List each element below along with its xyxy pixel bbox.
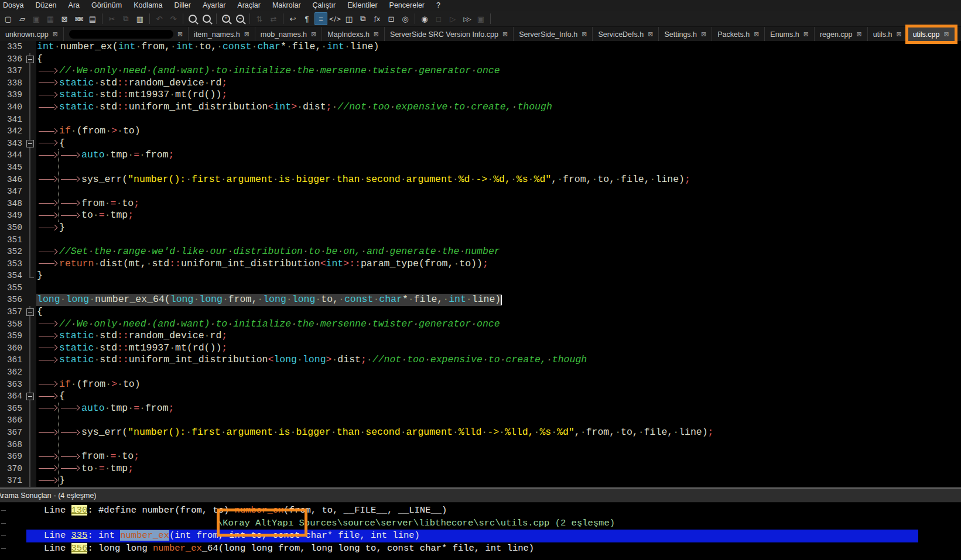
tab-mapindexs.h[interactable]: MapIndexs.h⊠	[322, 27, 385, 42]
code-line-text[interactable]: //·We·only·need·(and·want)·to·initialize…	[36, 318, 500, 331]
code-line-text[interactable]: {	[36, 306, 43, 318]
macro-save-icon[interactable]: ▣	[474, 12, 487, 25]
code-line-text[interactable]: static·std::random_device·rd;	[36, 77, 227, 90]
menu-item-pencereler[interactable]: Pencereler	[384, 1, 430, 11]
sync-vertical-scroll-icon[interactable]: ⇅	[253, 12, 266, 25]
code-line-text[interactable]: }	[36, 270, 43, 282]
code-line-text[interactable]: static·std::uniform_int_distribution<int…	[36, 101, 552, 114]
show-all-characters-icon[interactable]: ¶	[300, 12, 313, 25]
tab-servicedefs.h[interactable]: ServiceDefs.h⊠	[593, 27, 659, 42]
open-folder-icon[interactable]: ▱	[16, 12, 29, 25]
code-line-text[interactable]: static·std::mt19937·mt(rd());	[36, 89, 227, 101]
new-file-icon[interactable]: ▢	[2, 12, 15, 25]
tab-close-icon[interactable]: ⊠	[857, 30, 862, 38]
menu-item-makrolar[interactable]: Makrolar	[266, 1, 307, 11]
menu-item-kodlama[interactable]: Kodlama	[128, 1, 168, 11]
fold-collapse-icon[interactable]	[26, 308, 34, 316]
code-editor[interactable]: 335int·number_ex(int·from,·int·to,·const…	[0, 41, 961, 487]
code-line-text[interactable]: long·long·number_ex_64(long·long·from,·l…	[36, 294, 502, 306]
code-line-text[interactable]: from·=·to;	[36, 451, 139, 463]
code-line-text[interactable]: static·std::random_device·rd;	[36, 330, 227, 342]
view-in-browser-icon[interactable]: ◎	[399, 12, 412, 25]
tab-close-icon[interactable]: ⊠	[648, 30, 653, 38]
menu-item-altr[interactable]: Çalıştır	[307, 1, 342, 11]
code-line-text[interactable]: }	[36, 222, 65, 234]
result-file-path-row[interactable]: \Koray AltYapı Sources\source\server\lib…	[26, 517, 961, 530]
code-line-text[interactable]: auto·tmp·=·from;	[36, 403, 174, 415]
zoom-out-icon[interactable]: −	[234, 12, 247, 25]
print-icon[interactable]: ▤	[86, 12, 99, 25]
tab-item-names.h[interactable]: item_names.h⊠	[189, 27, 255, 42]
code-line-text[interactable]: //·We·only·need·(and·want)·to·initialize…	[36, 65, 500, 77]
menu-item-ayarlar[interactable]: Ayarlar	[197, 1, 231, 11]
tab-close-icon[interactable]: ⊠	[582, 30, 587, 38]
macro-stop-icon[interactable]: □	[432, 12, 445, 25]
code-line-text[interactable]: auto·tmp·=·from;	[36, 149, 174, 162]
code-line-text[interactable]	[36, 366, 37, 379]
fold-collapse-icon[interactable]	[26, 393, 34, 400]
copy-icon[interactable]: ⧉	[119, 12, 132, 25]
replace-icon[interactable]	[200, 12, 213, 25]
save-icon[interactable]: ▣	[30, 12, 43, 25]
fold-collapse-icon[interactable]	[26, 56, 34, 63]
macro-play-icon[interactable]: ▷	[446, 12, 459, 25]
menu-item-dzen[interactable]: Düzen	[29, 1, 62, 11]
tab-close-icon[interactable]: ⊠	[177, 30, 183, 38]
macro-run-multiple-icon[interactable]: ▷▷	[460, 12, 473, 25]
cut-icon[interactable]: ✂	[105, 12, 118, 25]
menu-item-ara[interactable]: Ara	[63, 1, 86, 11]
close-all-icon[interactable]: ⊠⊠	[72, 12, 85, 25]
menu-item-grnm[interactable]: Görünüm	[86, 1, 128, 11]
code-line-text[interactable]: from·=·to;	[36, 198, 139, 210]
word-wrap-icon[interactable]: ↩	[286, 12, 299, 25]
code-line-text[interactable]: //Set·the·range·we'd·like·our·distributi…	[36, 246, 500, 258]
function-list-icon[interactable]: ƒx	[371, 12, 384, 25]
code-line-text[interactable]	[36, 114, 37, 126]
save-all-icon[interactable]: ▦	[44, 12, 57, 25]
doc-switcher-icon[interactable]: ⧉	[357, 12, 370, 25]
tab-close-icon[interactable]: ⊠	[701, 30, 706, 38]
menu-item-eklentiler[interactable]: Eklentiler	[341, 1, 383, 11]
tab-close-icon[interactable]: ⊠	[502, 30, 508, 38]
tab-packets.h[interactable]: Packets.h⊠	[712, 27, 765, 42]
menu-item-dosya[interactable]: Dosya	[0, 1, 29, 11]
code-line-text[interactable]	[36, 414, 37, 427]
result-hit-row[interactable]: Line 130: #define number(from, to) numbe…	[26, 504, 961, 517]
zoom-in-icon[interactable]: +	[220, 12, 232, 25]
tab-close-icon[interactable]: ⊠	[803, 30, 809, 38]
code-line-text[interactable]: sys_err("number():·first·argument·is·big…	[36, 427, 714, 439]
code-line-text[interactable]: if·(from·>·to)	[36, 125, 141, 138]
code-line-text[interactable]: if·(from·>·to)	[36, 379, 141, 391]
fold-collapse-icon[interactable]	[26, 140, 34, 147]
doc-map-icon[interactable]: </>	[329, 12, 341, 25]
macro-record-icon[interactable]: ◉	[418, 12, 431, 25]
tab-serverside-src-version-info.cpp[interactable]: ServerSide SRC Version Info.cpp⊠	[385, 27, 514, 42]
code-line-text[interactable]: static·std::uniform_int_distribution<lon…	[36, 354, 587, 366]
tab-enums.h[interactable]: Enums.h⊠	[765, 27, 815, 42]
tab-redacted[interactable]: ⊠	[64, 27, 189, 42]
undo-icon[interactable]: ↶	[153, 12, 166, 25]
indent-guide-icon[interactable]: ≡	[314, 12, 327, 25]
code-line-text[interactable]: static·std::mt19937·mt(rd());	[36, 342, 227, 355]
code-line-text[interactable]: return·dist(mt,·std::uniform_int_distrib…	[36, 258, 488, 270]
menu-item-aralar[interactable]: Araçlar	[231, 1, 266, 11]
code-line-text[interactable]: {	[36, 138, 65, 150]
tab-serverside-info.h[interactable]: ServerSide_Info.h⊠	[514, 27, 593, 42]
code-line-text[interactable]	[36, 162, 37, 174]
tab-settings.h[interactable]: Settings.h⊠	[659, 27, 712, 42]
redo-icon[interactable]: ↷	[167, 12, 180, 25]
code-line-text[interactable]: {	[36, 53, 43, 66]
code-line-text[interactable]	[36, 234, 37, 246]
find-icon[interactable]	[186, 12, 199, 25]
tab-close-icon[interactable]: ⊠	[754, 30, 759, 38]
tab-regen.cpp[interactable]: regen.cpp⊠	[815, 27, 868, 42]
code-line-text[interactable]	[36, 439, 37, 451]
tab-close-icon[interactable]: ⊠	[244, 30, 249, 38]
sync-horizontal-scroll-icon[interactable]: ⇄	[267, 12, 280, 25]
code-line-text[interactable]: to·=·tmp;	[36, 463, 134, 475]
tab-close-icon[interactable]: ⊠	[943, 30, 949, 38]
close-icon[interactable]: ⊠	[58, 12, 71, 25]
tab-unknown.cpp[interactable]: unknown.cpp⊠	[0, 27, 64, 42]
code-line-text[interactable]: }	[36, 475, 65, 487]
code-line-text[interactable]: sys_err("number():·first·argument·is·big…	[36, 174, 690, 186]
